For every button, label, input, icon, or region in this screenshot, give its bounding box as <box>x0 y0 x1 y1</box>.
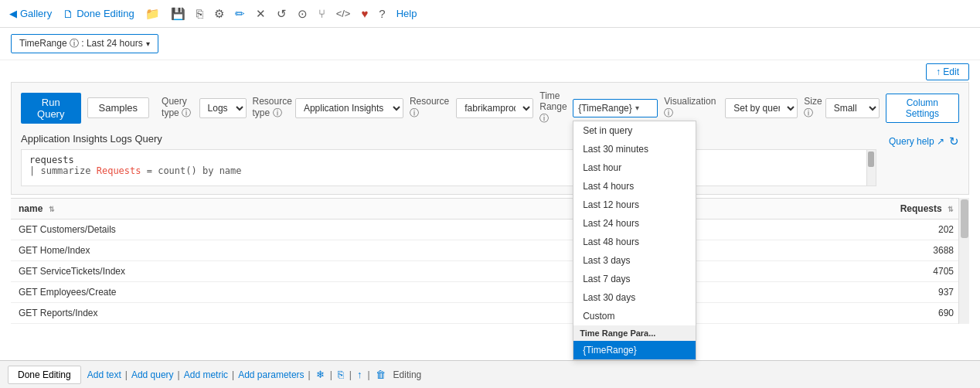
heart-icon-btn[interactable]: ♥ <box>361 7 368 20</box>
footer-sep-1: | <box>125 369 128 380</box>
resource-type-select[interactable]: Application Insights <box>295 98 403 118</box>
dropdown-item-4hr[interactable]: Last 4 hours <box>573 177 696 196</box>
edit-button[interactable]: ↑ Edit <box>926 63 969 80</box>
table-wrapper: name ⇅ Requests ⇅ GET Customers/Details … <box>11 198 969 324</box>
cell-name-2: GET ServiceTickets/Index <box>11 261 599 282</box>
resource-type-label: Resource type ⓘ <box>253 96 292 120</box>
dropdown-item-48hr[interactable]: Last 48 hours <box>573 233 696 251</box>
done-editing-footer-button[interactable]: Done Editing <box>8 366 81 384</box>
refresh-query-icon[interactable]: ↻ <box>949 134 959 148</box>
dropdown-item-set-in-query[interactable]: Set in query <box>573 121 696 140</box>
dropdown-item-1hr[interactable]: Last hour <box>573 158 696 177</box>
time-range-pill[interactable]: TimeRange ⓘ : Last 24 hours ▾ <box>11 34 158 53</box>
query-panel: Run Query Samples Query type ⓘ Logs Reso… <box>11 82 969 195</box>
table-row: GET Customers/Details 202 <box>11 220 969 240</box>
code-line-2: | summarize Requests = count() by name <box>29 165 868 176</box>
table-row: GET ServiceTickets/Index 4705 <box>11 261 969 282</box>
done-editing-link[interactable]: 🗋 Done Editing <box>63 8 134 20</box>
dropdown-section-header: Time Range Para... <box>573 325 696 341</box>
folder-icon-btn[interactable]: 📁 <box>145 7 160 21</box>
resource-type-group: Resource type ⓘ Application Insights <box>253 96 403 120</box>
add-parameters-link[interactable]: Add parameters <box>238 369 304 380</box>
fork-icon-btn[interactable]: ⑂ <box>318 7 325 20</box>
time-range-wrapper: {TimeRange} ▾ Set in query Last 30 minut… <box>573 99 658 117</box>
copy-footer-icon[interactable]: ⎘ <box>338 369 344 380</box>
dropdown-item-7days[interactable]: Last 7 days <box>573 270 696 288</box>
time-range-dropdown: Set in query Last 30 minutes Last hour L… <box>573 121 696 360</box>
query-controls-row: Run Query Samples Query type ⓘ Logs Reso… <box>21 90 959 125</box>
dropdown-item-12hr[interactable]: Last 12 hours <box>573 196 696 214</box>
footer-sep-5: | <box>330 369 332 380</box>
time-range-select[interactable]: {TimeRange} ▾ <box>573 99 658 117</box>
dropdown-item-3days[interactable]: Last 3 days <box>573 251 696 270</box>
visualization-label: Visualization ⓘ <box>664 96 722 120</box>
time-range-chevron-icon: ▾ <box>635 104 639 112</box>
filter-bar: TimeRange ⓘ : Last 24 hours ▾ <box>0 28 980 60</box>
size-group: Size ⓘ Small <box>804 96 879 120</box>
table-row: GET Employees/Create 937 <box>11 282 969 303</box>
column-settings-button[interactable]: Column Settings <box>886 94 959 123</box>
pill-chevron-icon: ▾ <box>146 39 150 48</box>
cell-name-1: GET Home/Index <box>11 240 599 261</box>
resource-select[interactable]: fabrikamprod <box>456 98 533 118</box>
query-type-select[interactable]: Logs <box>199 98 247 118</box>
query-title: Application Insights Logs Query <box>21 133 876 145</box>
code-icon-btn[interactable]: </> <box>336 8 351 19</box>
footer-sep-6: | <box>349 369 352 380</box>
close-icon-btn[interactable]: ✕ <box>256 7 266 21</box>
back-arrow-icon: ◀ <box>9 8 17 19</box>
add-metric-link[interactable]: Add metric <box>184 369 228 380</box>
top-toolbar: ◀ Gallery 🗋 Done Editing 📁 💾 ⎘ ⚙ ✏ ✕ ↺ ⊙… <box>0 0 980 28</box>
cell-name-4: GET Reports/Index <box>11 303 599 324</box>
visualization-group: Visualization ⓘ Set by query <box>664 96 798 120</box>
table-scrollbar[interactable] <box>958 198 969 324</box>
col-header-name[interactable]: name ⇅ <box>11 199 599 220</box>
top-right-edit-area: ↑ Edit <box>0 60 980 82</box>
dropdown-item-30days[interactable]: Last 30 days <box>573 288 696 307</box>
time-range-label: Time Range ⓘ <box>539 90 570 125</box>
footer-sep-7: | <box>367 369 369 380</box>
dropdown-item-custom[interactable]: Custom <box>573 307 696 325</box>
footer-sep-3: | <box>232 369 234 380</box>
pen-icon-btn[interactable]: ✏ <box>235 7 245 21</box>
dropdown-item-timerange-param[interactable]: {TimeRange} <box>573 341 696 359</box>
copy-icon-btn[interactable]: ⎘ <box>196 7 203 20</box>
time-range-group: Time Range ⓘ {TimeRange} ▾ Set in query … <box>539 90 658 125</box>
sort-icon-requests: ⇅ <box>948 206 954 213</box>
size-select[interactable]: Small <box>825 98 880 118</box>
resource-label: Resource ⓘ <box>410 96 453 120</box>
dropdown-item-30min[interactable]: Last 30 minutes <box>573 140 696 158</box>
code-editor[interactable]: requests | summarize Requests = count() … <box>21 149 876 186</box>
run-query-button[interactable]: Run Query <box>21 93 81 124</box>
cell-name-3: GET Employees/Create <box>11 282 599 303</box>
query-type-group: Query type ⓘ Logs <box>162 96 246 120</box>
refresh-icon-btn[interactable]: ↺ <box>277 7 287 21</box>
query-type-label: Query type ⓘ <box>162 96 196 120</box>
save-icon-btn[interactable]: 💾 <box>171 7 185 21</box>
add-query-link[interactable]: Add query <box>131 369 174 380</box>
help-link[interactable]: Help <box>396 8 417 19</box>
user-circle-icon-btn[interactable]: ⊙ <box>298 7 308 21</box>
code-scrollbar[interactable] <box>866 150 876 185</box>
table-row: GET Home/Index 3688 <box>11 240 969 261</box>
dropdown-item-24hr[interactable]: Last 24 hours <box>573 214 696 233</box>
add-text-link[interactable]: Add text <box>87 369 121 380</box>
snowflake-icon[interactable]: ❄ <box>316 369 325 380</box>
size-label: Size ⓘ <box>804 96 822 120</box>
query-help-link[interactable]: Query help ↗ <box>889 136 944 147</box>
samples-button[interactable]: Samples <box>87 97 150 118</box>
up-arrow-footer-icon[interactable]: ↑ <box>357 369 362 380</box>
data-table: name ⇅ Requests ⇅ GET Customers/Details … <box>11 198 969 324</box>
footer-sep-2: | <box>178 369 180 380</box>
bottom-footer: Done Editing Add text | Add query | Add … <box>0 360 980 388</box>
question-icon-btn[interactable]: ? <box>379 7 385 20</box>
cell-name-0: GET Customers/Details <box>11 220 599 240</box>
scroll-thumb[interactable] <box>961 199 968 238</box>
footer-sep-4: | <box>308 369 311 380</box>
trash-footer-icon[interactable]: 🗑 <box>376 369 386 380</box>
gallery-link[interactable]: ◀ Gallery <box>9 8 52 19</box>
resource-group: Resource ⓘ fabrikamprod <box>410 96 533 120</box>
sort-icon-name: ⇅ <box>49 206 55 213</box>
visualization-select[interactable]: Set by query <box>725 98 798 118</box>
settings-icon-btn[interactable]: ⚙ <box>214 7 224 21</box>
